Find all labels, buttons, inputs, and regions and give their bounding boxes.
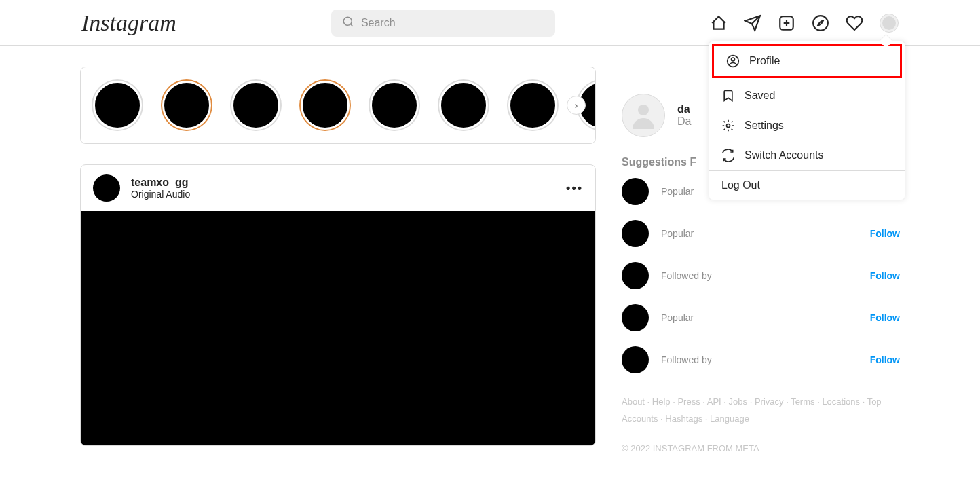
- footer-link[interactable]: Terms: [791, 396, 814, 407]
- current-user-name[interactable]: da: [677, 103, 691, 115]
- dropdown-saved-label: Saved: [745, 90, 775, 102]
- suggestion-subtitle: Popular: [661, 228, 694, 239]
- home-icon[interactable]: [710, 14, 728, 32]
- feed: › teamxo_gg Original Audio •••: [80, 67, 596, 453]
- svg-point-0: [343, 17, 352, 25]
- search-icon: [342, 16, 354, 31]
- suggestion-subtitle: Followed by: [661, 270, 712, 281]
- follow-button[interactable]: Follow: [870, 312, 900, 323]
- dropdown-settings-label: Settings: [745, 119, 784, 132]
- story-item[interactable]: [301, 81, 350, 130]
- svg-point-8: [732, 58, 735, 61]
- post-more-button[interactable]: •••: [566, 181, 583, 196]
- footer-link[interactable]: Hashtags: [665, 413, 702, 424]
- suggestion-item: PopularFollow: [622, 304, 900, 331]
- suggestion-avatar[interactable]: [622, 178, 649, 205]
- post: teamxo_gg Original Audio •••: [80, 164, 596, 446]
- story-item[interactable]: [93, 81, 142, 130]
- story-item[interactable]: [439, 81, 488, 130]
- footer-link[interactable]: Locations: [822, 396, 860, 407]
- suggestion-avatar[interactable]: [622, 220, 649, 247]
- profile-icon: [726, 54, 740, 68]
- suggestion-subtitle: Followed by: [661, 354, 712, 365]
- footer-link[interactable]: Privacy: [755, 396, 784, 407]
- story-item[interactable]: [370, 81, 419, 130]
- switch-icon: [721, 149, 735, 162]
- suggestion-avatar[interactable]: [622, 262, 649, 289]
- bookmark-icon: [721, 89, 735, 103]
- suggestion-avatar[interactable]: [622, 346, 649, 373]
- story-item[interactable]: [162, 81, 211, 130]
- dropdown-settings[interactable]: Settings: [709, 111, 905, 141]
- footer-link[interactable]: Language: [710, 413, 749, 424]
- post-username[interactable]: teamxo_gg: [131, 177, 190, 189]
- search-input[interactable]: [331, 10, 555, 37]
- profile-avatar-nav[interactable]: [880, 14, 899, 33]
- footer-link[interactable]: API: [707, 396, 721, 407]
- post-header: teamxo_gg Original Audio •••: [81, 165, 595, 211]
- dropdown-profile-label: Profile: [749, 55, 780, 67]
- instagram-logo[interactable]: Instagram: [81, 10, 176, 36]
- dropdown-profile[interactable]: Profile: [712, 44, 902, 78]
- dropdown-switch-label: Switch Accounts: [745, 149, 824, 162]
- dropdown-logout[interactable]: Log Out: [709, 171, 905, 200]
- current-user-display: Da: [677, 115, 691, 128]
- dropdown-saved[interactable]: Saved: [709, 81, 905, 111]
- dropdown-logout-label: Log Out: [721, 179, 760, 191]
- suggestion-subtitle: Popular: [661, 312, 694, 323]
- profile-dropdown: Profile Saved Settings Switch Accounts L…: [709, 41, 905, 200]
- suggestion-item: Followed byFollow: [622, 346, 900, 373]
- footer-link[interactable]: Press: [677, 396, 700, 407]
- story-item[interactable]: [231, 81, 280, 130]
- svg-point-5: [813, 16, 828, 31]
- svg-line-1: [350, 24, 352, 26]
- explore-icon[interactable]: [812, 14, 829, 32]
- suggestion-subtitle: Popular: [661, 186, 694, 197]
- follow-button[interactable]: Follow: [870, 228, 900, 239]
- follow-button[interactable]: Follow: [870, 270, 900, 281]
- footer-link[interactable]: Jobs: [729, 396, 747, 407]
- suggestion-item: Followed byFollow: [622, 262, 900, 289]
- current-user-avatar[interactable]: [622, 94, 665, 137]
- activity-icon[interactable]: [846, 14, 863, 32]
- svg-point-9: [727, 124, 730, 128]
- suggestion-item: PopularFollow: [622, 220, 900, 247]
- new-post-icon[interactable]: [778, 14, 795, 32]
- nav-icons: [710, 14, 899, 33]
- copyright: © 2022 INSTAGRAM FROM META: [622, 443, 900, 453]
- post-avatar[interactable]: [93, 174, 120, 202]
- dropdown-switch[interactable]: Switch Accounts: [709, 141, 905, 170]
- story-item[interactable]: [508, 81, 557, 130]
- svg-point-10: [638, 105, 649, 115]
- footer-link[interactable]: About: [622, 396, 645, 407]
- stories-tray: ›: [80, 67, 596, 144]
- post-media[interactable]: [81, 211, 595, 445]
- suggestion-avatar[interactable]: [622, 304, 649, 331]
- header: Instagram Profile: [0, 0, 980, 46]
- follow-button[interactable]: Follow: [870, 354, 900, 365]
- search-container: [331, 10, 555, 37]
- svg-marker-6: [818, 20, 824, 26]
- stories-next-button[interactable]: ›: [567, 96, 586, 115]
- gear-icon: [721, 119, 735, 132]
- post-subtitle[interactable]: Original Audio: [131, 189, 190, 200]
- messages-icon[interactable]: [744, 14, 761, 32]
- footer-links: About · Help · Press · API · Jobs · Priv…: [622, 394, 900, 427]
- footer-link[interactable]: Help: [652, 396, 671, 407]
